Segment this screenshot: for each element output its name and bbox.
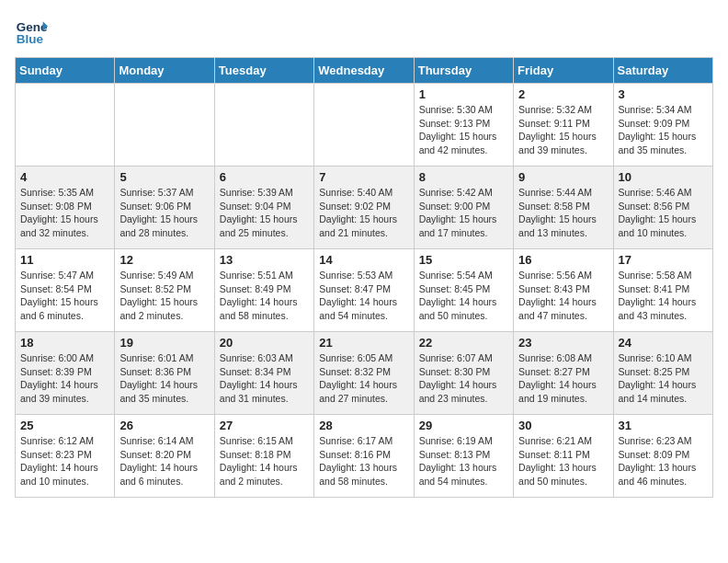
day-number: 1: [419, 87, 508, 101]
day-number: 22: [419, 336, 508, 350]
calendar-cell: 24Sunrise: 6:10 AM Sunset: 8:25 PM Dayli…: [613, 332, 712, 415]
day-number: 18: [20, 336, 109, 350]
svg-text:Blue: Blue: [17, 32, 44, 46]
day-info: Sunrise: 5:58 AM Sunset: 8:41 PM Dayligh…: [619, 269, 708, 323]
weekday-header: Friday: [514, 58, 613, 84]
day-number: 17: [619, 253, 708, 267]
day-number: 11: [20, 253, 109, 267]
page-header: General Blue: [15, 15, 713, 48]
day-info: Sunrise: 5:40 AM Sunset: 9:02 PM Dayligh…: [319, 186, 408, 240]
calendar-cell: 2Sunrise: 5:32 AM Sunset: 9:11 PM Daylig…: [514, 84, 613, 167]
calendar-week-row: 25Sunrise: 6:12 AM Sunset: 8:23 PM Dayli…: [16, 415, 713, 498]
weekday-header: Thursday: [414, 58, 513, 84]
calendar-cell: [214, 84, 313, 167]
day-number: 2: [518, 87, 608, 101]
day-number: 26: [119, 419, 209, 432]
calendar-week-row: 1Sunrise: 5:30 AM Sunset: 9:13 PM Daylig…: [16, 84, 713, 167]
day-number: 13: [220, 253, 309, 267]
day-info: Sunrise: 5:37 AM Sunset: 9:06 PM Dayligh…: [119, 186, 209, 240]
calendar-cell: 14Sunrise: 5:53 AM Sunset: 8:47 PM Dayli…: [314, 249, 414, 332]
day-info: Sunrise: 5:51 AM Sunset: 8:49 PM Dayligh…: [220, 269, 309, 323]
day-info: Sunrise: 6:19 AM Sunset: 8:13 PM Dayligh…: [419, 434, 508, 488]
day-info: Sunrise: 6:01 AM Sunset: 8:36 PM Dayligh…: [119, 351, 209, 406]
day-info: Sunrise: 5:34 AM Sunset: 9:09 PM Dayligh…: [619, 103, 708, 157]
day-info: Sunrise: 6:00 AM Sunset: 8:39 PM Dayligh…: [20, 351, 109, 406]
day-number: 9: [518, 170, 608, 184]
calendar-week-row: 11Sunrise: 5:47 AM Sunset: 8:54 PM Dayli…: [16, 249, 713, 332]
day-info: Sunrise: 6:15 AM Sunset: 8:18 PM Dayligh…: [220, 434, 309, 488]
calendar-table: SundayMondayTuesdayWednesdayThursdayFrid…: [15, 57, 713, 498]
calendar-week-row: 4Sunrise: 5:35 AM Sunset: 9:08 PM Daylig…: [16, 167, 713, 249]
calendar-cell: 31Sunrise: 6:23 AM Sunset: 8:09 PM Dayli…: [613, 415, 712, 498]
day-number: 28: [319, 419, 408, 432]
day-number: 5: [119, 170, 209, 184]
calendar-cell: 3Sunrise: 5:34 AM Sunset: 9:09 PM Daylig…: [613, 84, 712, 167]
day-number: 12: [119, 253, 209, 267]
day-info: Sunrise: 6:03 AM Sunset: 8:34 PM Dayligh…: [220, 351, 309, 406]
day-info: Sunrise: 6:12 AM Sunset: 8:23 PM Dayligh…: [20, 434, 109, 488]
day-number: 10: [619, 170, 708, 184]
day-number: 25: [20, 419, 109, 432]
calendar-cell: [314, 84, 414, 167]
day-info: Sunrise: 5:46 AM Sunset: 8:56 PM Dayligh…: [619, 186, 708, 240]
day-info: Sunrise: 6:21 AM Sunset: 8:11 PM Dayligh…: [518, 434, 608, 488]
calendar-cell: 23Sunrise: 6:08 AM Sunset: 8:27 PM Dayli…: [514, 332, 613, 415]
calendar-cell: 15Sunrise: 5:54 AM Sunset: 8:45 PM Dayli…: [414, 249, 513, 332]
day-info: Sunrise: 5:54 AM Sunset: 8:45 PM Dayligh…: [419, 269, 508, 323]
day-number: 27: [220, 419, 309, 432]
weekday-header: Monday: [115, 58, 214, 84]
day-info: Sunrise: 5:47 AM Sunset: 8:54 PM Dayligh…: [20, 269, 109, 323]
day-info: Sunrise: 6:07 AM Sunset: 8:30 PM Dayligh…: [419, 351, 508, 406]
weekday-header: Saturday: [613, 58, 712, 84]
day-number: 30: [518, 419, 608, 432]
day-info: Sunrise: 6:17 AM Sunset: 8:16 PM Dayligh…: [319, 434, 408, 488]
weekday-header: Wednesday: [314, 58, 414, 84]
day-number: 14: [319, 253, 408, 267]
calendar-cell: 30Sunrise: 6:21 AM Sunset: 8:11 PM Dayli…: [514, 415, 613, 498]
weekday-header: Sunday: [16, 58, 115, 84]
day-number: 16: [518, 253, 608, 267]
calendar-cell: 22Sunrise: 6:07 AM Sunset: 8:30 PM Dayli…: [414, 332, 513, 415]
day-info: Sunrise: 5:49 AM Sunset: 8:52 PM Dayligh…: [119, 269, 209, 323]
calendar-cell: 21Sunrise: 6:05 AM Sunset: 8:32 PM Dayli…: [314, 332, 414, 415]
day-info: Sunrise: 5:56 AM Sunset: 8:43 PM Dayligh…: [518, 269, 608, 323]
day-number: 7: [319, 170, 408, 184]
calendar-cell: 4Sunrise: 5:35 AM Sunset: 9:08 PM Daylig…: [16, 167, 115, 249]
calendar-cell: 19Sunrise: 6:01 AM Sunset: 8:36 PM Dayli…: [115, 332, 214, 415]
logo-icon: General Blue: [15, 15, 48, 48]
calendar-cell: 25Sunrise: 6:12 AM Sunset: 8:23 PM Dayli…: [16, 415, 115, 498]
calendar-cell: 17Sunrise: 5:58 AM Sunset: 8:41 PM Dayli…: [613, 249, 712, 332]
day-number: 8: [419, 170, 508, 184]
day-info: Sunrise: 5:35 AM Sunset: 9:08 PM Dayligh…: [20, 186, 109, 240]
day-number: 4: [20, 170, 109, 184]
day-info: Sunrise: 5:32 AM Sunset: 9:11 PM Dayligh…: [518, 103, 608, 157]
calendar-cell: 27Sunrise: 6:15 AM Sunset: 8:18 PM Dayli…: [214, 415, 313, 498]
calendar-cell: 7Sunrise: 5:40 AM Sunset: 9:02 PM Daylig…: [314, 167, 414, 249]
calendar-cell: 26Sunrise: 6:14 AM Sunset: 8:20 PM Dayli…: [115, 415, 214, 498]
calendar-cell: 11Sunrise: 5:47 AM Sunset: 8:54 PM Dayli…: [16, 249, 115, 332]
logo: General Blue: [15, 15, 48, 48]
calendar-cell: 18Sunrise: 6:00 AM Sunset: 8:39 PM Dayli…: [16, 332, 115, 415]
day-info: Sunrise: 5:30 AM Sunset: 9:13 PM Dayligh…: [419, 103, 508, 157]
calendar-cell: 6Sunrise: 5:39 AM Sunset: 9:04 PM Daylig…: [214, 167, 313, 249]
day-info: Sunrise: 5:53 AM Sunset: 8:47 PM Dayligh…: [319, 269, 408, 323]
day-number: 15: [419, 253, 508, 267]
calendar-cell: 12Sunrise: 5:49 AM Sunset: 8:52 PM Dayli…: [115, 249, 214, 332]
day-info: Sunrise: 5:44 AM Sunset: 8:58 PM Dayligh…: [518, 186, 608, 240]
calendar-cell: [16, 84, 115, 167]
calendar-cell: 10Sunrise: 5:46 AM Sunset: 8:56 PM Dayli…: [613, 167, 712, 249]
weekday-header-row: SundayMondayTuesdayWednesdayThursdayFrid…: [16, 58, 713, 84]
calendar-cell: 20Sunrise: 6:03 AM Sunset: 8:34 PM Dayli…: [214, 332, 313, 415]
day-number: 21: [319, 336, 408, 350]
day-info: Sunrise: 5:39 AM Sunset: 9:04 PM Dayligh…: [220, 186, 309, 240]
day-number: 20: [220, 336, 309, 350]
day-number: 19: [119, 336, 209, 350]
calendar-week-row: 18Sunrise: 6:00 AM Sunset: 8:39 PM Dayli…: [16, 332, 713, 415]
day-number: 24: [619, 336, 708, 350]
calendar-cell: [115, 84, 214, 167]
calendar-cell: 13Sunrise: 5:51 AM Sunset: 8:49 PM Dayli…: [214, 249, 313, 332]
calendar-cell: 16Sunrise: 5:56 AM Sunset: 8:43 PM Dayli…: [514, 249, 613, 332]
calendar-cell: 9Sunrise: 5:44 AM Sunset: 8:58 PM Daylig…: [514, 167, 613, 249]
calendar-cell: 28Sunrise: 6:17 AM Sunset: 8:16 PM Dayli…: [314, 415, 414, 498]
day-number: 23: [518, 336, 608, 350]
